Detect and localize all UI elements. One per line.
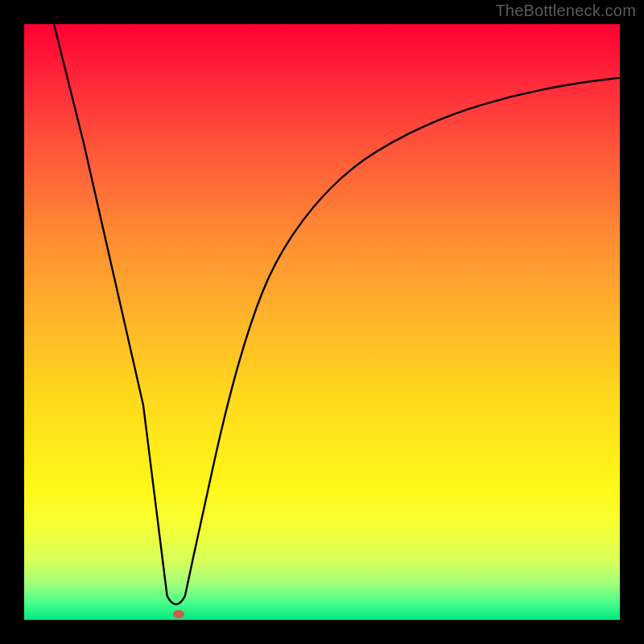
plot-area [24, 24, 620, 620]
bottleneck-curve [24, 24, 620, 620]
chart-frame: TheBottleneck.com [0, 0, 644, 644]
attribution-text: TheBottleneck.com [495, 2, 636, 20]
optimal-point-marker [173, 610, 184, 618]
